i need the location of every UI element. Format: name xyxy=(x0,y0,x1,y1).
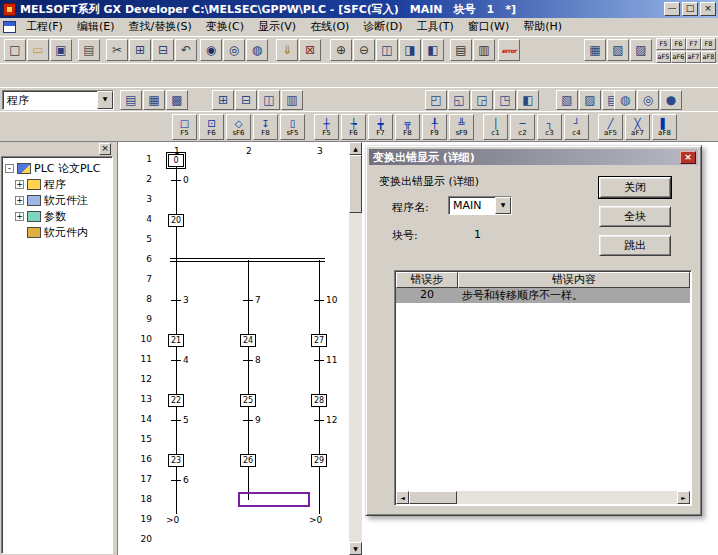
close-dialog-button[interactable]: 关闭 xyxy=(599,177,671,198)
tree-item-3[interactable]: +软元件注 xyxy=(15,192,88,208)
restore-button[interactable]: □ xyxy=(682,2,698,16)
sfc-view-button[interactable]: ▦ xyxy=(143,90,165,110)
program-list-button[interactable]: ◍ xyxy=(614,90,636,110)
sfc-selection-divergence-button[interactable]: ┾F6 xyxy=(341,114,366,140)
print-button[interactable]: ▤ xyxy=(78,39,100,61)
all-blocks-button[interactable]: 全块 xyxy=(599,206,671,227)
close-button[interactable]: × xyxy=(700,2,716,16)
fkey-F8-button[interactable]: F8 xyxy=(701,38,716,50)
skip-button[interactable]: ▨ xyxy=(579,90,601,110)
sfc-transition-button[interactable]: ┼F5 xyxy=(314,114,339,140)
sfc-step-button[interactable]: □F5 xyxy=(172,114,197,140)
zoom-in-button[interactable]: ⊕ xyxy=(330,39,352,61)
paste-button[interactable]: ⊟ xyxy=(152,39,174,61)
fkey-aF7-button[interactable]: aF7 xyxy=(686,51,701,63)
instruction-list-view-button[interactable]: ▩ xyxy=(166,90,188,110)
convert-button[interactable]: ⇓ xyxy=(276,39,298,61)
undo-button[interactable]: ↶ xyxy=(175,39,197,61)
sfc-line-c1-button[interactable]: │c1 xyxy=(483,114,508,140)
horizontal-scroll-thumb[interactable] xyxy=(409,491,457,504)
monitor-button[interactable]: ◫ xyxy=(376,39,398,61)
stop-monitor-button[interactable]: ◱ xyxy=(448,90,470,110)
tree-expander-icon[interactable]: + xyxy=(15,212,24,221)
fkey-aF6-button[interactable]: aF6 xyxy=(671,51,686,63)
sfc-step[interactable]: 27 xyxy=(311,334,327,347)
used-device-button[interactable]: ● xyxy=(660,90,682,110)
comment-display-button[interactable]: ▤ xyxy=(450,39,472,61)
sfc-vertical-line-button[interactable]: ╩sF9 xyxy=(449,114,474,140)
sfc-step[interactable]: 28 xyxy=(311,394,327,407)
sfc-step[interactable]: 29 xyxy=(311,454,327,467)
menu-item-7[interactable]: 诊断(D) xyxy=(356,17,409,37)
sfc-step[interactable]: 23 xyxy=(168,454,184,467)
scroll-down-icon[interactable]: ▼ xyxy=(349,542,362,555)
tree-item-5[interactable]: 软元件内 xyxy=(15,224,88,240)
dialog-close-icon[interactable]: × xyxy=(680,151,696,164)
data-type-combobox[interactable]: 程序 ▼ xyxy=(2,90,114,110)
tree-item-2[interactable]: +程序 xyxy=(15,176,66,192)
cross-reference-button[interactable]: ◎ xyxy=(637,90,659,110)
sfc-step[interactable]: 20 xyxy=(168,214,184,227)
fkey-F6-button[interactable]: F6 xyxy=(671,38,686,50)
sfc-step[interactable]: 25 xyxy=(240,394,256,407)
sfc-step[interactable]: 26 xyxy=(240,454,256,467)
menu-item-3[interactable]: 查找/替换(S) xyxy=(121,17,198,37)
zoom-block-button[interactable]: ⊞ xyxy=(212,90,234,110)
sfc-selection-convergence-button[interactable]: ╦F8 xyxy=(395,114,420,140)
menu-item-8[interactable]: 工具(T) xyxy=(409,17,460,37)
error-list-horizontal-scrollbar[interactable]: ◄ ► xyxy=(396,491,690,504)
sfc-simultaneous-divergence-button[interactable]: ╈F7 xyxy=(368,114,393,140)
sfc-cursor[interactable] xyxy=(238,492,310,507)
scroll-left-icon[interactable]: ◄ xyxy=(396,491,409,504)
program-name-combobox[interactable]: MAIN ▼ xyxy=(448,196,512,215)
menu-item-5[interactable]: 显示(V) xyxy=(251,17,303,37)
sfc-rule-delete-button[interactable]: ╳aF7 xyxy=(625,114,650,140)
sfc-block-start-step-button[interactable]: ⊡F6 xyxy=(199,114,224,140)
sfc-column-delete-button[interactable]: ▌aF8 xyxy=(652,114,677,140)
sfc-chart[interactable]: 1231234567891011121314151617181920037104… xyxy=(118,142,348,555)
save-button[interactable]: ▣ xyxy=(50,39,72,61)
start-monitor-button[interactable]: ◰ xyxy=(425,90,447,110)
jump-out-button[interactable]: 跳出 xyxy=(599,235,671,256)
copy-button[interactable]: ⊞ xyxy=(129,39,151,61)
fkey-F7-button[interactable]: F7 xyxy=(686,38,701,50)
menu-item-2[interactable]: 编辑(E) xyxy=(70,17,122,37)
program-check-button[interactable]: ⊠ xyxy=(299,39,321,61)
new-button[interactable]: □ xyxy=(4,39,26,61)
sfc-jump-button[interactable]: ↧F8 xyxy=(253,114,278,140)
combo-dropdown-icon[interactable]: ▼ xyxy=(97,91,113,109)
sfc-jump[interactable]: >0 xyxy=(165,514,180,526)
menu-item-10[interactable]: 帮助(H) xyxy=(516,17,569,37)
find-replace-button[interactable]: ◎ xyxy=(223,39,245,61)
error-table-row[interactable]: 20步号和转移顺序不一样。 xyxy=(396,288,690,303)
statement-display-button[interactable]: ▥ xyxy=(473,39,495,61)
find-device-button[interactable]: ◍ xyxy=(246,39,268,61)
device-test-button[interactable]: ▦ xyxy=(584,39,606,61)
menu-item-1[interactable]: 工程(F) xyxy=(19,17,70,37)
sfc-step[interactable]: 21 xyxy=(168,334,184,347)
editor-vertical-scrollbar[interactable]: ▲ ▼ xyxy=(349,142,362,555)
scroll-up-icon[interactable]: ▲ xyxy=(349,142,362,155)
sfc-line-c2-button[interactable]: ─c2 xyxy=(510,114,535,140)
open-button[interactable]: ▭ xyxy=(27,39,49,61)
fkey-F5-button[interactable]: F5 xyxy=(656,38,671,50)
tree-expander-icon[interactable]: + xyxy=(15,196,24,205)
device-batch-monitor-button[interactable]: ▧ xyxy=(607,39,629,61)
ladder-view-button[interactable]: ▤ xyxy=(120,90,142,110)
sfc-dummy-step-button[interactable]: ◇sF6 xyxy=(226,114,251,140)
sfc-jump[interactable]: >0 xyxy=(308,514,323,526)
fkey-aF5-button[interactable]: aF5 xyxy=(656,51,671,63)
sfc-simultaneous-convergence-button[interactable]: ╀F9 xyxy=(422,114,447,140)
sort-button[interactable]: ▥ xyxy=(281,90,303,110)
zoom-out-button[interactable]: ⊖ xyxy=(353,39,375,61)
fkey-aF8-button[interactable]: aF8 xyxy=(701,51,716,63)
sfc-line-c4-button[interactable]: ┘c4 xyxy=(564,114,589,140)
sfc-step[interactable]: 0 xyxy=(168,154,184,167)
tree-item-4[interactable]: +参数 xyxy=(15,208,66,224)
write-to-plc-button[interactable]: ◨ xyxy=(399,39,421,61)
menu-item-9[interactable]: 窗口(W) xyxy=(461,17,516,37)
error-check-button[interactable]: error xyxy=(498,39,520,61)
sfc-line-c3-button[interactable]: ┐c3 xyxy=(537,114,562,140)
vertical-scroll-thumb[interactable] xyxy=(349,155,362,213)
combo-dropdown-icon[interactable]: ▼ xyxy=(495,197,511,214)
